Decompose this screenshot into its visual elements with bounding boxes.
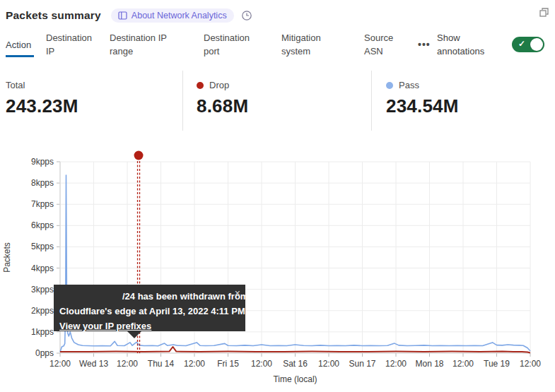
tab-source-asn[interactable]: Source ASN [364, 32, 407, 57]
pass-legend-dot [386, 82, 393, 89]
stat-total: Total 243.23M [0, 71, 182, 131]
total-label: Total [6, 80, 25, 90]
tooltip-arrow [127, 331, 141, 338]
x-axis-title: Time (local) [273, 374, 317, 384]
about-network-analytics-badge[interactable]: About Network Analytics [111, 8, 234, 23]
tab-destination-ip[interactable]: Destination IP [46, 32, 103, 57]
pass-label: Pass [399, 80, 419, 90]
x-tick-label: Fri 15 [217, 359, 239, 369]
y-axis-title: Packets [2, 242, 12, 273]
drop-value: 8.68M [197, 95, 371, 117]
x-tick-label: Sun 17 [349, 359, 375, 369]
show-annotations-label: Show annotations [437, 32, 502, 57]
y-tick-label: 7kpps [31, 199, 54, 209]
y-tick-label: 8kpps [31, 178, 54, 188]
toggle-knob [530, 38, 543, 51]
y-tick-label: 2kpps [31, 306, 54, 316]
x-tick-label: 12:00 [117, 359, 138, 369]
check-icon: ✓ [518, 39, 525, 49]
card-header: Packets summary About Network Analytics [6, 6, 549, 25]
y-tick-label: 9kpps [31, 157, 54, 167]
pass-value: 234.54M [386, 95, 555, 117]
x-tick-label: Thu 14 [148, 359, 175, 369]
tab-destination-port[interactable]: Destination port [204, 32, 264, 57]
page-title: Packets summary [6, 9, 101, 22]
y-tick-label: 3kpps [31, 285, 54, 295]
x-tick-label: 12:00 [251, 359, 272, 369]
x-tick-label: Sat 16 [283, 359, 308, 369]
tab-action[interactable]: Action [6, 32, 34, 57]
x-tick-label: 12:00 [520, 359, 541, 369]
x-tick-label: 12:00 [452, 359, 474, 369]
show-annotations-toggle[interactable]: ✓ [512, 37, 544, 52]
x-tick-label: Wed 13 [79, 359, 108, 369]
stat-drop: Drop 8.68M [182, 71, 371, 131]
y-tick-label: 4kpps [31, 263, 54, 273]
x-tick-label: 12:00 [318, 359, 339, 369]
summary-stats: Total 243.23M Drop 8.68M Pass 234.54M [0, 71, 555, 131]
about-badge-label: About Network Analytics [132, 11, 227, 20]
total-value: 243.23M [6, 95, 182, 117]
dimension-tabs: Action Destination IP Destination IP ran… [0, 32, 555, 57]
y-tick-label: 1kpps [31, 327, 54, 337]
x-tick-label: Mon 18 [415, 359, 443, 369]
x-tick-label: 12:00 [385, 359, 407, 369]
stat-pass: Pass 234.54M [371, 71, 555, 131]
y-tick-label: 0pps [35, 348, 54, 358]
more-tabs-button[interactable]: ••• [418, 32, 431, 57]
drop-legend-dot [197, 82, 204, 89]
drop-label: Drop [209, 80, 229, 90]
expand-window-icon[interactable] [539, 7, 549, 20]
x-tick-label: Tue 19 [484, 359, 510, 369]
annotation-dot[interactable] [134, 151, 144, 160]
tooltip-line2: Cloudflare's edge at April 13, 2022 4:11… [59, 304, 240, 319]
annotation-tooltip: × /24 has been withdrawn from Cloudflare… [54, 285, 245, 331]
y-tick-label: 6kpps [31, 220, 54, 230]
x-tick-label: 12:00 [49, 359, 71, 369]
y-tick-label: 5kpps [31, 242, 54, 251]
close-icon[interactable]: × [235, 286, 240, 301]
data-freshness-clock-icon[interactable] [241, 10, 252, 21]
tab-mitigation-system[interactable]: Mitigation system [281, 32, 338, 57]
tooltip-line1: /24 has been withdrawn from [59, 289, 240, 304]
tab-destination-ip-range[interactable]: Destination IP range [110, 32, 180, 57]
x-tick-label: 12:00 [184, 359, 205, 369]
book-icon [118, 11, 127, 20]
packets-chart[interactable]: 0pps1kpps2kpps3kpps4kpps5kpps6kpps7kpps8… [0, 145, 555, 392]
